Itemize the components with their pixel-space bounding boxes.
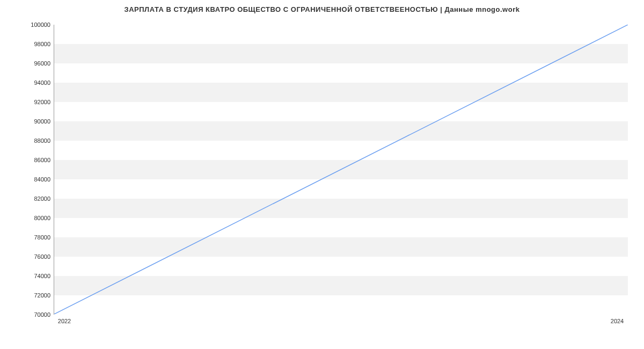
y-tick-label: 74000 [2,273,50,279]
grid-band [54,276,628,295]
grid-band [54,63,628,83]
x-tick-label: 2022 [58,318,71,324]
y-tick-label: 84000 [2,176,50,183]
y-tick-label: 78000 [2,234,50,241]
grid-band [54,179,628,199]
grid-band [54,295,628,315]
grid-band [54,257,628,276]
grid-band [54,121,628,141]
y-tick-label: 72000 [2,292,50,299]
grid-band [54,25,628,44]
grid-band [54,218,628,237]
grid-band [54,160,628,179]
y-tick-label: 70000 [2,311,50,318]
y-tick-label: 100000 [2,21,50,28]
grid-band [54,44,628,63]
y-tick-label: 90000 [2,118,50,125]
y-tick-label: 82000 [2,195,50,202]
grid-band [54,237,628,257]
y-tick-label: 96000 [2,60,50,67]
grid-band [54,83,628,102]
grid-band [54,102,628,121]
plot-area [54,25,628,315]
y-tick-label: 92000 [2,99,50,105]
grid-band [54,199,628,218]
x-tick-label: 2024 [611,318,624,324]
y-tick-label: 88000 [2,137,50,144]
y-tick-label: 86000 [2,157,50,163]
y-tick-label: 76000 [2,253,50,260]
y-tick-label: 80000 [2,215,50,221]
y-tick-label: 98000 [2,41,50,47]
chart-title: ЗАРПЛАТА В СТУДИЯ КВАТРО ОБЩЕСТВО С ОГРА… [0,5,644,13]
y-tick-label: 94000 [2,79,50,86]
grid-band [54,141,628,160]
